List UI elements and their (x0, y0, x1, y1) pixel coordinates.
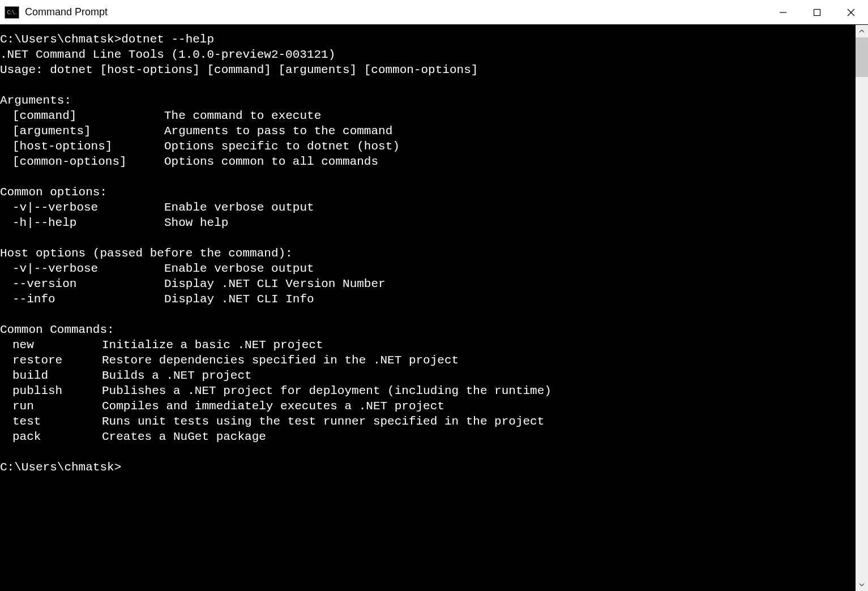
list-item: [command]The command to execute (0, 109, 321, 122)
scrollbar-thumb[interactable] (856, 37, 868, 77)
list-item: --versionDisplay .NET CLI Version Number (0, 277, 386, 290)
maximize-button[interactable] (800, 0, 834, 24)
list-item: [common-options]Options common to all co… (0, 155, 378, 168)
list-item: --infoDisplay .NET CLI Info (0, 293, 314, 306)
scroll-up-button[interactable] (856, 25, 868, 37)
prompt-line: C:\Users\chmatsk> (0, 461, 121, 474)
terminal-output[interactable]: C:\Users\chmatsk>dotnet --help .NET Comm… (0, 25, 856, 591)
section-heading: Arguments: (0, 94, 71, 107)
cmd-icon: C:\. (5, 6, 19, 19)
list-item: buildBuilds a .NET project (0, 369, 252, 382)
close-button[interactable] (834, 0, 868, 24)
list-item: [host-options]Options specific to dotnet… (0, 140, 400, 153)
list-item: restoreRestore dependencies specified in… (0, 354, 459, 367)
section-heading: Common Commands: (0, 323, 114, 336)
minimize-button[interactable] (766, 0, 800, 24)
window-controls (766, 0, 868, 24)
list-item: publishPublishes a .NET project for depl… (0, 384, 551, 397)
list-item: newInitialize a basic .NET project (0, 339, 323, 352)
vertical-scrollbar[interactable] (856, 25, 868, 591)
scroll-down-button[interactable] (856, 579, 868, 591)
list-item: runCompiles and immediately executes a .… (0, 400, 444, 413)
svg-rect-1 (814, 9, 820, 15)
list-item: -v|--verboseEnable verbose output (0, 262, 314, 275)
output-line: Usage: dotnet [host-options] [command] [… (0, 63, 478, 76)
command-prompt-window: C:\. Command Prompt C:\Users\chmatsk>dot… (0, 0, 868, 591)
section-heading: Host options (passed before the command)… (0, 247, 293, 260)
titlebar[interactable]: C:\. Command Prompt (0, 0, 868, 25)
window-title: Command Prompt (25, 6, 766, 18)
list-item: -v|--verboseEnable verbose output (0, 201, 314, 214)
output-line: .NET Command Line Tools (1.0.0-preview2-… (0, 48, 335, 61)
list-item: testRuns unit tests using the test runne… (0, 415, 544, 428)
section-heading: Common options: (0, 186, 107, 199)
list-item: packCreates a NuGet package (0, 430, 266, 443)
list-item: -h|--helpShow help (0, 216, 228, 229)
content-area: C:\Users\chmatsk>dotnet --help .NET Comm… (0, 25, 868, 591)
list-item: [arguments]Arguments to pass to the comm… (0, 125, 392, 138)
prompt-line: C:\Users\chmatsk>dotnet --help (0, 33, 214, 46)
